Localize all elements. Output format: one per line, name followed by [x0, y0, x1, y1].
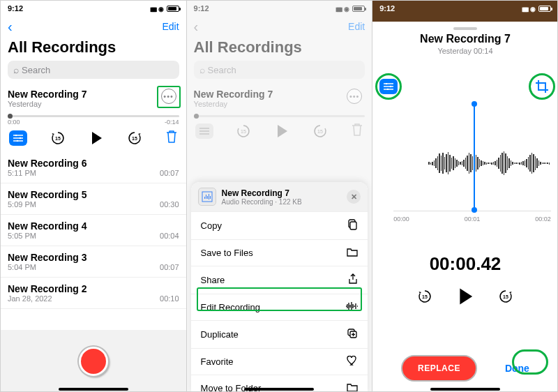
edit-button[interactable]: Edit — [162, 21, 179, 32]
more-options-button[interactable]: ••• — [161, 89, 176, 104]
wifi-icon — [344, 4, 349, 13]
voice-memos-share-sheet-screen: 9:12 ‹ Edit All Recordings Search New Re… — [187, 1, 373, 392]
battery-icon — [538, 6, 551, 12]
svg-text:15: 15 — [503, 294, 508, 299]
delete-button[interactable] — [165, 130, 178, 146]
recording-row[interactable]: New Recording 2Jan 28, 202200:10 — [1, 278, 186, 309]
recording-duration: 00:10 — [160, 294, 179, 303]
heart-icon — [347, 356, 358, 368]
sheet-action-duplicate[interactable]: Duplicate — [191, 320, 368, 348]
recording-name: New Recording 4 — [8, 220, 87, 232]
voice-memos-list-screen: 9:12 ‹ Edit All Recordings Search New Re… — [1, 1, 187, 392]
waveform-area[interactable]: 00:00 00:01 00:02 — [393, 104, 551, 229]
scrubber-start: 0:00 — [8, 119, 20, 126]
playhead[interactable] — [474, 104, 475, 210]
svg-rect-9 — [350, 222, 356, 229]
waveform-icon — [345, 301, 358, 313]
recording-row[interactable]: New Recording 55:09 PM00:30 — [1, 183, 186, 215]
play-icon — [455, 287, 475, 306]
playback-options-button — [195, 123, 213, 139]
recording-sub: 5:04 PM — [8, 263, 87, 271]
edit-subtitle: Yesterday00:14 — [372, 47, 558, 55]
crop-icon — [535, 80, 549, 93]
back-button[interactable]: ‹ — [8, 19, 13, 35]
edit-title[interactable]: New Recording 7 — [372, 33, 558, 45]
delete-button — [351, 123, 363, 140]
skip-back-15-button[interactable]: 15 — [51, 131, 65, 145]
page-title: All Recordings — [194, 38, 365, 56]
copy-icon — [347, 219, 358, 232]
recording-thumbnail-icon — [198, 188, 216, 206]
playback-controls: 15 15 — [1, 126, 186, 152]
home-indicator[interactable] — [430, 388, 500, 391]
selected-recording[interactable]: New Recording 7 Yesterday ••• — [1, 84, 186, 111]
sheet-grabber[interactable] — [372, 22, 558, 33]
sheet-action-favorite[interactable]: Favorite — [191, 348, 368, 375]
action-label: Edit Recording — [201, 302, 260, 312]
done-button[interactable]: Done — [505, 363, 529, 374]
sheet-action-save-to-files[interactable]: Save to Files — [191, 239, 368, 266]
recording-row[interactable]: New Recording 45:05 PM00:04 — [1, 215, 186, 246]
home-indicator[interactable] — [59, 388, 128, 391]
skip-back-icon: 15 — [51, 131, 65, 145]
scrubber[interactable] — [8, 115, 179, 117]
sheet-action-share[interactable]: Share — [191, 266, 368, 294]
play-button[interactable] — [455, 287, 475, 306]
sheet-header: New Recording 7 Audio Recording · 122 KB… — [191, 182, 368, 211]
play-button — [274, 123, 289, 139]
sheet-action-edit-recording[interactable]: Edit Recording — [191, 294, 368, 320]
sliders-icon — [13, 135, 23, 142]
svg-text:15: 15 — [241, 129, 247, 134]
sheet-action-list: CopySave to FilesShareEdit RecordingDupl… — [191, 211, 368, 392]
action-sheet: New Recording 7 Audio Recording · 122 KB… — [191, 182, 368, 392]
status-bar: 9:12 — [1, 1, 186, 16]
sheet-close-button[interactable]: ✕ — [347, 190, 361, 204]
share-icon — [348, 273, 358, 287]
home-indicator[interactable] — [244, 388, 314, 391]
playback-options-button[interactable] — [9, 130, 27, 146]
playback-options-button[interactable] — [379, 79, 398, 94]
status-time: 9:12 — [8, 4, 23, 13]
status-time: 9:12 — [379, 4, 395, 13]
cellular-icon — [522, 4, 527, 13]
skip-forward-15-button[interactable]: 15 — [128, 131, 142, 145]
play-button[interactable] — [89, 130, 104, 146]
scrubber-end: -0:14 — [165, 119, 179, 126]
svg-text:15: 15 — [317, 129, 323, 134]
edit-button: Edit — [348, 21, 365, 32]
recording-duration: 00:04 — [160, 232, 179, 240]
wifi-icon — [530, 4, 536, 13]
recording-duration: 00:07 — [160, 263, 179, 271]
recording-subtitle: Yesterday — [8, 100, 179, 108]
svg-point-13 — [390, 86, 392, 88]
action-label: Favorite — [201, 356, 234, 367]
recordings-list: New Recording 65:11 PM00:07New Recording… — [1, 152, 186, 309]
skip-forward-icon: 15 — [499, 288, 513, 305]
trim-button[interactable] — [534, 79, 550, 94]
recording-duration: 00:07 — [160, 169, 179, 177]
edit-playback-controls: 15 15 — [372, 287, 558, 306]
skip-forward-15-button[interactable]: 15 — [499, 289, 513, 303]
skip-forward-icon: 15 — [128, 131, 142, 145]
search-field[interactable]: Search — [8, 61, 179, 79]
recording-sub: 5:11 PM — [8, 169, 87, 177]
skip-back-15-button[interactable]: 15 — [418, 289, 432, 303]
search-field: Search — [194, 61, 365, 79]
back-button: ‹ — [194, 19, 199, 35]
cellular-icon — [150, 4, 156, 13]
play-icon — [89, 130, 104, 146]
sheet-action-copy[interactable]: Copy — [191, 211, 368, 239]
recording-name: New Recording 5 — [8, 189, 87, 200]
recording-row[interactable]: New Recording 35:04 PM00:07 — [1, 246, 186, 278]
search-icon — [199, 64, 205, 75]
record-button[interactable] — [79, 347, 108, 376]
edit-top-bar: 9:12 — [372, 1, 558, 22]
recording-name: New Recording 2 — [8, 283, 87, 294]
skip-forward-15-button: 15 — [313, 124, 327, 138]
recording-row[interactable]: New Recording 65:11 PM00:07 — [1, 152, 186, 183]
replace-button[interactable]: REPLACE — [401, 355, 477, 382]
record-bar — [1, 330, 186, 392]
dimmed-background: 9:12 ‹ Edit All Recordings Search New Re… — [187, 1, 372, 145]
skip-back-icon: 15 — [418, 288, 432, 305]
skip-back-15-button: 15 — [236, 124, 250, 138]
